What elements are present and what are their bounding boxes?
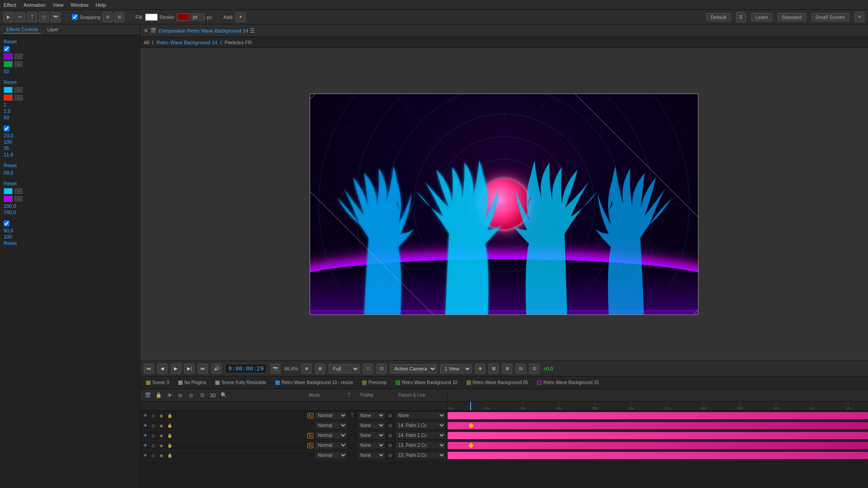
play-btn[interactable]: ▶	[171, 364, 181, 374]
value-5a[interactable]: 100,0	[4, 203, 136, 209]
tl-mode-select-1[interactable]: Normal	[315, 412, 347, 419]
value-4a[interactable]: 58,0	[4, 170, 136, 175]
tab-rw05[interactable]: Retro Wave Background 05	[462, 379, 532, 386]
arrow-btn-2b[interactable]: →	[14, 95, 23, 100]
tl-lock-3[interactable]: 🔒	[166, 432, 173, 439]
tab-fully-resizable[interactable]: Scene Fully Resizable	[211, 379, 270, 386]
tl-solo-5[interactable]: ◉	[158, 452, 165, 459]
learn-btn[interactable]: Learn	[751, 13, 772, 21]
value-2b[interactable]: 2,0	[4, 108, 136, 114]
menu-window[interactable]: Window	[71, 2, 89, 8]
tl-visibility-5[interactable]: 👁	[142, 452, 148, 459]
breadcrumb-comp[interactable]: Retro Wave Background 14	[156, 40, 217, 45]
breadcrumb-sub[interactable]: Particles FR	[225, 40, 252, 45]
snapping-checkbox[interactable]	[72, 14, 78, 20]
snap-icon[interactable]: ⊕	[103, 12, 113, 22]
show-channel-btn[interactable]: □	[363, 364, 373, 374]
small-screen-btn[interactable]: Small Screen	[811, 13, 849, 21]
tl-parent-select-5[interactable]: 13. Palm 2 Cc	[396, 452, 445, 459]
layer-tab[interactable]: Layer	[44, 26, 61, 33]
safe-zones-btn[interactable]: ⊠	[489, 364, 499, 374]
tl-solo-3[interactable]: ◉	[158, 432, 165, 439]
arrow-btn-1b[interactable]: →	[14, 61, 23, 67]
panel-menu-icon[interactable]: ☰	[736, 12, 746, 22]
last-frame-btn[interactable]: ⏭	[198, 364, 208, 374]
tl-parent-select-1[interactable]: None	[396, 412, 445, 419]
tl-mode-select-4[interactable]: Normal	[315, 442, 347, 449]
color-swatch-5a[interactable]	[4, 188, 13, 194]
tab-scene3[interactable]: Scene 3	[142, 379, 173, 386]
value-6b[interactable]: 100	[4, 234, 136, 239]
tl-visibility-4[interactable]: 👁	[142, 442, 148, 449]
timecode[interactable]: 0:00:00:29	[225, 364, 267, 373]
stroke-width-input[interactable]	[191, 14, 205, 20]
menu-view[interactable]: View	[53, 2, 64, 8]
color-swatch-2a[interactable]	[4, 87, 13, 93]
prev-frame-btn[interactable]: ◀	[157, 364, 167, 374]
tl-parent-select-3[interactable]: 14. Palm 1 Cc	[396, 432, 445, 439]
tl-hide-shy-icon[interactable]: 👁	[165, 391, 174, 399]
tab-rw10[interactable]: Retro Wave Background 10	[392, 379, 461, 386]
arrow-btn-5b[interactable]: →	[14, 196, 23, 202]
tl-trkmat-select-1[interactable]: None	[358, 412, 385, 419]
tl-trkmat-select-3[interactable]: None	[358, 432, 385, 439]
tl-solo-2[interactable]: ◉	[158, 422, 165, 429]
value-1a[interactable]: 50	[4, 69, 136, 74]
standard-btn[interactable]: Standard	[778, 13, 806, 21]
tl-parent-select-4[interactable]: 13. Palm 2 Cc	[396, 442, 445, 449]
arrow-btn-1a[interactable]: →	[14, 54, 23, 59]
zoom-icon[interactable]: ⊕	[302, 364, 311, 374]
tl-mode-select-2[interactable]: Normal	[315, 422, 347, 429]
reset-btn-1[interactable]: Reset	[4, 39, 136, 44]
tl-lock-5[interactable]: 🔒	[166, 452, 173, 459]
camera-select[interactable]: Active Camera Camera 1	[390, 364, 437, 373]
ram-preview-btn[interactable]: 🔊	[212, 364, 222, 374]
tl-search-icon[interactable]: 🔍	[220, 391, 228, 399]
add-icon[interactable]: ✦	[236, 12, 245, 22]
value-2c[interactable]: 50	[4, 115, 136, 120]
view-options-btn[interactable]: ⊛	[475, 364, 485, 374]
fill-swatch[interactable]	[145, 14, 158, 21]
tl-trkmat-select-4[interactable]: None	[358, 442, 385, 449]
camera-tool[interactable]: 📷	[51, 12, 61, 22]
color-swatch-5b[interactable]	[4, 196, 13, 202]
comp-menu-btn[interactable]: ☰	[250, 28, 255, 34]
roi-btn[interactable]: ⊞	[315, 364, 325, 374]
tl-fx-icon[interactable]: fx	[176, 391, 184, 399]
tl-frame-blending-icon[interactable]: ⊡	[198, 391, 206, 399]
playhead[interactable]	[470, 402, 471, 410]
snap-icon2[interactable]: ⊞	[114, 12, 124, 22]
value-2a[interactable]: 1	[4, 102, 136, 108]
value-5b[interactable]: 740,0	[4, 210, 136, 215]
tl-lock-4[interactable]: 🔒	[166, 442, 173, 449]
tl-motion-blur-icon[interactable]: ◎	[187, 391, 195, 399]
reset-btn-4[interactable]: Reset	[4, 163, 136, 168]
comp-tab-close[interactable]: ✕	[144, 28, 148, 34]
pen-tool[interactable]: ✏	[15, 12, 25, 22]
tab-rw15[interactable]: Retro Wave Background 15	[533, 379, 603, 386]
stroke-swatch[interactable]	[177, 14, 189, 21]
menu-animation[interactable]: Animation	[24, 2, 46, 8]
reset-btn-6[interactable]: Reset	[4, 240, 136, 246]
next-frame-btn[interactable]: ▶|	[184, 364, 194, 374]
reset-btn-2[interactable]: Reset	[4, 80, 136, 85]
tl-mode-select-3[interactable]: Normal	[315, 432, 347, 439]
tl-visibility-3[interactable]: 👁	[142, 432, 148, 439]
tl-solo-1[interactable]: ◉	[158, 413, 165, 419]
breadcrumb-all[interactable]: All	[144, 40, 149, 45]
tl-trkmat-select-2[interactable]: None	[358, 422, 385, 429]
guides-btn[interactable]: ⊟	[516, 364, 526, 374]
tl-visibility-1[interactable]: 👁	[142, 413, 148, 419]
value-3d[interactable]: 11,6	[4, 152, 136, 157]
effects-controls-tab[interactable]: Effects Controls	[4, 26, 41, 33]
canvas-wrapper[interactable]	[140, 48, 868, 361]
checkbox-3[interactable]	[4, 126, 9, 131]
first-frame-btn[interactable]: ⏮	[144, 364, 154, 374]
value-3c[interactable]: 35	[4, 145, 136, 151]
color-swatch-1a[interactable]	[4, 53, 13, 60]
tl-mode-select-5[interactable]: Normal	[315, 452, 347, 459]
selection-tool[interactable]: ▶	[4, 12, 14, 22]
tl-lock-1[interactable]: 🔒	[166, 413, 173, 419]
default-btn[interactable]: Default	[707, 13, 731, 21]
color-swatch-1b[interactable]	[4, 61, 13, 67]
